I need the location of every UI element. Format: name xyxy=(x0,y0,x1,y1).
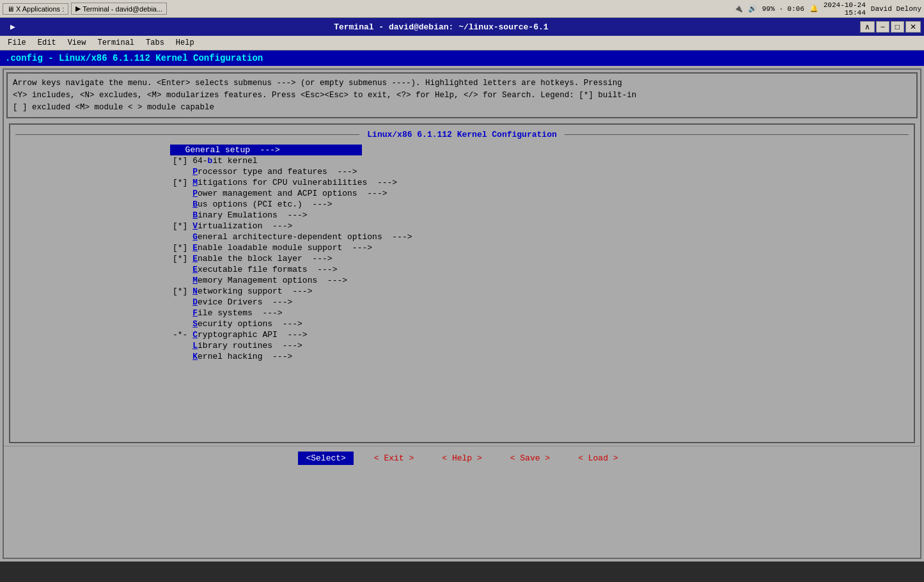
menu-edit[interactable]: Edit xyxy=(33,37,61,49)
menu-item[interactable]: Kernel hacking ---> xyxy=(170,351,295,362)
menu-view[interactable]: View xyxy=(63,37,91,49)
menu-item[interactable]: [*] Networking support ---> xyxy=(170,286,315,297)
terminal-body: Arrow keys navigate the menu. <Enter> se… xyxy=(0,66,924,562)
minimize-button[interactable]: ∧ xyxy=(860,21,875,33)
help-line-2: <Y> includes, <N> excludes, <M> modulari… xyxy=(13,90,911,102)
menu-item[interactable]: -*- Cryptographic API ---> xyxy=(170,329,310,340)
window-controls: ∧ − □ ✕ xyxy=(860,21,921,33)
app-icon: 🖥 xyxy=(7,5,14,13)
maximize-button[interactable]: □ xyxy=(891,21,904,33)
network-icon: 🔌 xyxy=(734,4,743,13)
bell-icon: 🔔 xyxy=(810,4,818,13)
select-button[interactable]: <Select> xyxy=(298,452,353,465)
datetime: 2024-10-24 15:44 xyxy=(824,1,866,17)
help-button[interactable]: < Help > xyxy=(434,452,489,465)
menu-item[interactable]: Memory Management options ---> xyxy=(170,275,350,286)
menu-file[interactable]: File xyxy=(3,37,31,49)
menu-item[interactable]: [*] 64-bit kernel xyxy=(170,155,260,166)
menu-item[interactable]: General architecture-dependent options -… xyxy=(170,232,415,242)
taskbar-right: 🔌 🔊 99% · 0:06 🔔 2024-10-24 15:44 David … xyxy=(734,1,921,17)
help-line-1: Arrow keys navigate the menu. <Enter> se… xyxy=(13,77,911,90)
window-titlebar: ▶ Terminal - david@debian: ~/linux-sourc… xyxy=(0,18,924,36)
config-title-text: .config - Linux/x86 6.1.112 Kernel Confi… xyxy=(5,53,263,63)
menu-item[interactable]: Bus options (PCI etc.) ---> xyxy=(170,199,335,210)
bottom-buttons: <Select>< Exit >< Help >< Save >< Load > xyxy=(4,446,920,470)
menu-item[interactable]: Executable file formats ---> xyxy=(170,264,340,275)
menu-tabs[interactable]: Tabs xyxy=(141,37,169,49)
menu-item[interactable]: Binary Emulations ---> xyxy=(170,210,310,221)
menu-item[interactable]: General setup ---> xyxy=(170,145,362,155)
window-icon: ▶ xyxy=(3,22,22,32)
menu-item[interactable]: [*] Enable the block layer ---> xyxy=(170,253,335,264)
terminal-taskbar-button[interactable]: ▶ Terminal - david@debia... xyxy=(71,3,167,15)
menu-items-container: General setup --->[*] 64-bit kernel Proc… xyxy=(10,145,914,362)
menu-item[interactable]: Library routines ---> xyxy=(170,340,305,351)
menu-item[interactable]: File systems ---> xyxy=(170,308,285,319)
menubar: File Edit View Terminal Tabs Help xyxy=(0,36,924,51)
applications-button[interactable]: 🖥 X Applications : xyxy=(3,3,68,15)
applications-label: X Applications : xyxy=(16,5,64,13)
menu-item[interactable]: Power management and ACPI options ---> xyxy=(170,188,389,199)
help-line-3: [ ] excluded <M> module < > module capab… xyxy=(13,102,911,114)
help-text-box: Arrow keys navigate the menu. <Enter> se… xyxy=(6,72,918,118)
terminal-taskbar-label: Terminal - david@debia... xyxy=(82,5,162,13)
close-button[interactable]: ✕ xyxy=(905,21,921,33)
taskbar: 🖥 X Applications : ▶ Terminal - david@de… xyxy=(0,0,924,18)
save-button[interactable]: < Save > xyxy=(503,452,558,465)
menu-help[interactable]: Help xyxy=(171,37,200,49)
terminal-window: ▶ Terminal - david@debian: ~/linux-sourc… xyxy=(0,18,924,562)
menu-inner-title: Linux/x86 6.1.112 Kernel Configuration xyxy=(10,130,914,139)
menu-terminal[interactable]: Terminal xyxy=(92,37,139,49)
username: David Delony xyxy=(871,5,921,13)
main-frame: Arrow keys navigate the menu. <Enter> se… xyxy=(3,68,921,559)
menu-title-text: Linux/x86 6.1.112 Kernel Configuration xyxy=(367,130,556,139)
unmaximize-button[interactable]: − xyxy=(876,21,889,33)
battery-status: 99% · 0:06 xyxy=(762,5,804,13)
menu-item[interactable]: Security options ---> xyxy=(170,319,305,329)
config-titlebar: .config - Linux/x86 6.1.112 Kernel Confi… xyxy=(0,51,924,66)
load-button[interactable]: < Load > xyxy=(570,452,625,465)
menu-item[interactable]: [*] Mitigations for CPU vulnerabilities … xyxy=(170,177,400,188)
menu-item[interactable]: [*] Virtualization ---> xyxy=(170,221,295,232)
sound-icon: 🔊 xyxy=(748,4,757,13)
menu-item[interactable]: [*] Enable loadable module support ---> xyxy=(170,242,375,253)
menu-item[interactable]: Device Drivers ---> xyxy=(170,297,295,308)
window-title: Terminal - david@debian: ~/linux-source-… xyxy=(334,22,548,32)
exit-button[interactable]: < Exit > xyxy=(366,452,421,465)
terminal-icon: ▶ xyxy=(75,4,81,13)
menu-item[interactable]: Processor type and features ---> xyxy=(170,166,360,177)
menu-box: Linux/x86 6.1.112 Kernel Configuration G… xyxy=(9,123,915,443)
taskbar-left: 🖥 X Applications : ▶ Terminal - david@de… xyxy=(3,3,167,15)
